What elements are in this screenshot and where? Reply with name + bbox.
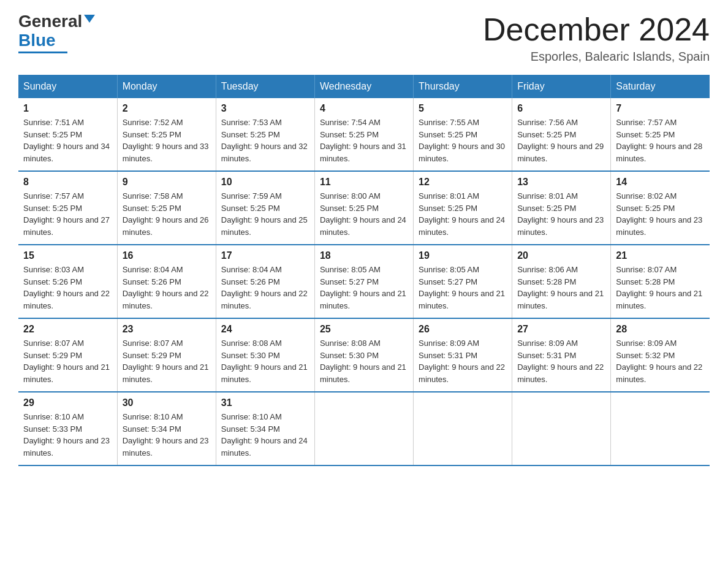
logo-text: General Blue (18, 12, 95, 50)
day-number: 10 (221, 177, 309, 188)
week-row-3: 15 Sunrise: 8:03 AM Sunset: 5:26 PM Dayl… (18, 245, 710, 318)
day-number: 19 (419, 250, 507, 261)
day-info: Sunrise: 7:57 AM Sunset: 5:25 PM Dayligh… (616, 117, 705, 164)
calendar-cell: 1 Sunrise: 7:51 AM Sunset: 5:25 PM Dayli… (18, 98, 117, 171)
day-number: 31 (221, 397, 309, 408)
col-monday: Monday (117, 75, 216, 98)
calendar-cell: 3 Sunrise: 7:53 AM Sunset: 5:25 PM Dayli… (216, 98, 314, 171)
day-info: Sunrise: 8:04 AM Sunset: 5:26 PM Dayligh… (221, 264, 309, 312)
col-saturday: Saturday (611, 75, 710, 98)
week-row-2: 8 Sunrise: 7:57 AM Sunset: 5:25 PM Dayli… (18, 171, 710, 245)
calendar-cell: 21 Sunrise: 8:07 AM Sunset: 5:28 PM Dayl… (611, 245, 710, 318)
calendar-cell: 20 Sunrise: 8:06 AM Sunset: 5:28 PM Dayl… (512, 245, 611, 318)
logo: General Blue (18, 12, 95, 53)
day-info: Sunrise: 8:10 AM Sunset: 5:33 PM Dayligh… (23, 411, 112, 459)
day-number: 9 (123, 177, 211, 188)
calendar-cell: 17 Sunrise: 8:04 AM Sunset: 5:26 PM Dayl… (216, 245, 314, 318)
day-info: Sunrise: 7:51 AM Sunset: 5:25 PM Dayligh… (23, 117, 112, 164)
logo-general: General (18, 12, 82, 31)
day-info: Sunrise: 8:09 AM Sunset: 5:32 PM Dayligh… (616, 337, 705, 385)
day-info: Sunrise: 8:09 AM Sunset: 5:31 PM Dayligh… (419, 337, 507, 385)
week-row-1: 1 Sunrise: 7:51 AM Sunset: 5:25 PM Dayli… (18, 98, 710, 171)
col-thursday: Thursday (414, 75, 512, 98)
day-number: 30 (123, 397, 211, 408)
calendar-cell (611, 392, 710, 465)
calendar-cell: 8 Sunrise: 7:57 AM Sunset: 5:25 PM Dayli… (18, 171, 117, 245)
day-info: Sunrise: 8:07 AM Sunset: 5:28 PM Dayligh… (616, 264, 705, 312)
calendar-cell: 7 Sunrise: 7:57 AM Sunset: 5:25 PM Dayli… (611, 98, 710, 171)
day-info: Sunrise: 7:53 AM Sunset: 5:25 PM Dayligh… (221, 117, 309, 164)
col-wednesday: Wednesday (314, 75, 413, 98)
day-number: 15 (23, 250, 112, 261)
day-info: Sunrise: 8:07 AM Sunset: 5:29 PM Dayligh… (23, 337, 112, 385)
month-title: December 2024 (483, 12, 710, 47)
day-info: Sunrise: 7:54 AM Sunset: 5:25 PM Dayligh… (320, 117, 408, 164)
calendar-cell: 6 Sunrise: 7:56 AM Sunset: 5:25 PM Dayli… (512, 98, 611, 171)
calendar-cell: 25 Sunrise: 8:08 AM Sunset: 5:30 PM Dayl… (314, 318, 413, 392)
day-info: Sunrise: 7:58 AM Sunset: 5:25 PM Dayligh… (123, 190, 211, 238)
calendar-cell: 18 Sunrise: 8:05 AM Sunset: 5:27 PM Dayl… (314, 245, 413, 318)
calendar-cell: 31 Sunrise: 8:10 AM Sunset: 5:34 PM Dayl… (216, 392, 314, 465)
day-number: 28 (616, 324, 705, 335)
calendar-cell: 22 Sunrise: 8:07 AM Sunset: 5:29 PM Dayl… (18, 318, 117, 392)
day-info: Sunrise: 8:08 AM Sunset: 5:30 PM Dayligh… (221, 337, 309, 385)
day-number: 20 (517, 250, 605, 261)
day-info: Sunrise: 8:01 AM Sunset: 5:25 PM Dayligh… (517, 190, 605, 238)
day-number: 17 (221, 250, 309, 261)
day-number: 27 (517, 324, 605, 335)
calendar-cell (414, 392, 512, 465)
calendar-cell: 11 Sunrise: 8:00 AM Sunset: 5:25 PM Dayl… (314, 171, 413, 245)
page-header: General Blue December 2024 Esporles, Bal… (18, 12, 710, 64)
calendar-cell (512, 392, 611, 465)
calendar-cell: 12 Sunrise: 8:01 AM Sunset: 5:25 PM Dayl… (414, 171, 512, 245)
logo-triangle-icon (84, 15, 95, 23)
day-info: Sunrise: 8:07 AM Sunset: 5:29 PM Dayligh… (123, 337, 211, 385)
calendar-cell (314, 392, 413, 465)
day-number: 13 (517, 177, 605, 188)
day-info: Sunrise: 7:59 AM Sunset: 5:25 PM Dayligh… (221, 190, 309, 238)
day-number: 8 (23, 177, 112, 188)
day-number: 14 (616, 177, 705, 188)
day-info: Sunrise: 7:55 AM Sunset: 5:25 PM Dayligh… (419, 117, 507, 164)
day-number: 18 (320, 250, 408, 261)
day-number: 1 (23, 103, 112, 114)
day-number: 3 (221, 103, 309, 114)
location-subtitle: Esporles, Balearic Islands, Spain (483, 50, 710, 64)
calendar-cell: 4 Sunrise: 7:54 AM Sunset: 5:25 PM Dayli… (314, 98, 413, 171)
day-number: 5 (419, 103, 507, 114)
calendar-cell: 13 Sunrise: 8:01 AM Sunset: 5:25 PM Dayl… (512, 171, 611, 245)
day-number: 22 (23, 324, 112, 335)
week-row-4: 22 Sunrise: 8:07 AM Sunset: 5:29 PM Dayl… (18, 318, 710, 392)
week-row-5: 29 Sunrise: 8:10 AM Sunset: 5:33 PM Dayl… (18, 392, 710, 465)
calendar-cell: 15 Sunrise: 8:03 AM Sunset: 5:26 PM Dayl… (18, 245, 117, 318)
day-info: Sunrise: 8:00 AM Sunset: 5:25 PM Dayligh… (320, 190, 408, 238)
day-info: Sunrise: 8:01 AM Sunset: 5:25 PM Dayligh… (419, 190, 507, 238)
day-info: Sunrise: 7:57 AM Sunset: 5:25 PM Dayligh… (23, 190, 112, 238)
calendar-table: Sunday Monday Tuesday Wednesday Thursday… (18, 75, 710, 466)
calendar-cell: 29 Sunrise: 8:10 AM Sunset: 5:33 PM Dayl… (18, 392, 117, 465)
calendar-cell: 30 Sunrise: 8:10 AM Sunset: 5:34 PM Dayl… (117, 392, 216, 465)
calendar-cell: 27 Sunrise: 8:09 AM Sunset: 5:31 PM Dayl… (512, 318, 611, 392)
day-info: Sunrise: 8:06 AM Sunset: 5:28 PM Dayligh… (517, 264, 605, 312)
day-info: Sunrise: 8:08 AM Sunset: 5:30 PM Dayligh… (320, 337, 408, 385)
day-number: 4 (320, 103, 408, 114)
calendar-cell: 28 Sunrise: 8:09 AM Sunset: 5:32 PM Dayl… (611, 318, 710, 392)
col-sunday: Sunday (18, 75, 117, 98)
day-number: 12 (419, 177, 507, 188)
day-info: Sunrise: 8:03 AM Sunset: 5:26 PM Dayligh… (23, 264, 112, 312)
col-tuesday: Tuesday (216, 75, 314, 98)
day-info: Sunrise: 8:02 AM Sunset: 5:25 PM Dayligh… (616, 190, 705, 238)
calendar-cell: 10 Sunrise: 7:59 AM Sunset: 5:25 PM Dayl… (216, 171, 314, 245)
calendar-cell: 5 Sunrise: 7:55 AM Sunset: 5:25 PM Dayli… (414, 98, 512, 171)
day-number: 23 (123, 324, 211, 335)
day-info: Sunrise: 8:05 AM Sunset: 5:27 PM Dayligh… (320, 264, 408, 312)
calendar-cell: 26 Sunrise: 8:09 AM Sunset: 5:31 PM Dayl… (414, 318, 512, 392)
day-info: Sunrise: 8:05 AM Sunset: 5:27 PM Dayligh… (419, 264, 507, 312)
calendar-cell: 19 Sunrise: 8:05 AM Sunset: 5:27 PM Dayl… (414, 245, 512, 318)
day-info: Sunrise: 8:10 AM Sunset: 5:34 PM Dayligh… (123, 411, 211, 459)
day-number: 25 (320, 324, 408, 335)
day-info: Sunrise: 7:56 AM Sunset: 5:25 PM Dayligh… (517, 117, 605, 164)
day-info: Sunrise: 8:10 AM Sunset: 5:34 PM Dayligh… (221, 411, 309, 459)
day-info: Sunrise: 8:09 AM Sunset: 5:31 PM Dayligh… (517, 337, 605, 385)
calendar-cell: 2 Sunrise: 7:52 AM Sunset: 5:25 PM Dayli… (117, 98, 216, 171)
